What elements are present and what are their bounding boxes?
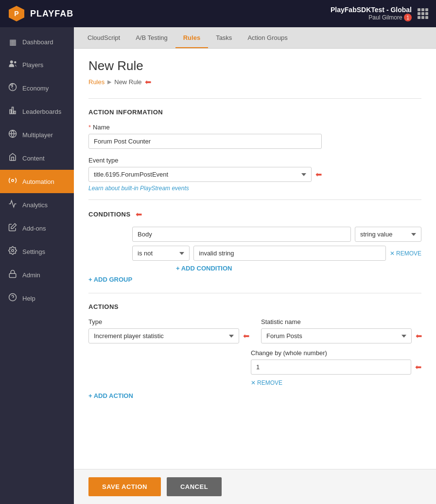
action-remove-label: REMOVE: [257, 379, 282, 386]
add-action-button[interactable]: + ADD ACTION: [88, 392, 421, 399]
action-statistic-field: Statistic name Forum Posts ⬅: [261, 318, 422, 343]
project-title: PlayFabSDKTest - Global: [331, 6, 412, 14]
page-title: New Rule: [88, 58, 421, 73]
add-group-button[interactable]: + ADD GROUP: [88, 276, 421, 283]
content-icon: [8, 153, 17, 163]
cancel-button[interactable]: CANCEL: [167, 477, 222, 496]
tab-actiongroups[interactable]: Action Groups: [240, 28, 295, 48]
sidebar-label-leaderboards: Leaderboards: [22, 108, 61, 115]
sidebar-item-dashboard[interactable]: ▦ Dashboard: [0, 31, 74, 53]
breadcrumb-separator: ▶: [107, 79, 111, 85]
actions-title: ACTIONS: [88, 293, 421, 310]
multiplayer-icon: [8, 129, 17, 140]
condition-field-input[interactable]: [132, 227, 351, 242]
remove-label: REMOVE: [396, 250, 421, 257]
tab-rules[interactable]: Rules: [175, 28, 208, 48]
action-remove-x-icon: ✕: [251, 379, 256, 386]
sidebar-item-content[interactable]: Content: [0, 146, 74, 170]
breadcrumb-annotation-arrow: ⬅: [145, 77, 151, 87]
economy-icon: [8, 83, 17, 93]
name-field-group: * Name: [88, 124, 421, 149]
breadcrumb-current: New Rule: [114, 78, 141, 86]
sidebar-item-automation[interactable]: Automation: [0, 170, 74, 193]
event-type-field-group: Event type title.6195.ForumPostEvent ⬅ L…: [88, 157, 421, 192]
notification-badge: 1: [404, 14, 412, 21]
action-type-select[interactable]: Increment player statistic: [88, 328, 239, 343]
svg-point-2: [10, 60, 13, 63]
condition-remove-link[interactable]: ✕ REMOVE: [390, 250, 421, 257]
action-information-title: ACTION INFORMATION: [88, 98, 421, 116]
tab-cloudscript[interactable]: CloudScript: [80, 28, 128, 48]
save-action-button[interactable]: SAVE ACTION: [88, 477, 161, 496]
action-type-label: Type: [88, 318, 249, 325]
sidebar-item-settings[interactable]: Settings: [0, 240, 74, 263]
event-type-select[interactable]: title.6195.ForumPostEvent: [88, 167, 312, 182]
conditions-annotation-arrow: ⬅: [136, 210, 142, 219]
automation-icon: [8, 176, 17, 187]
settings-icon: [8, 246, 17, 257]
user-name: Paul Gilmore 1: [331, 14, 412, 21]
sidebar-item-analytics[interactable]: Analytics: [0, 193, 74, 216]
sidebar-label-addons: Add-ons: [22, 225, 46, 232]
svg-marker-7: [11, 224, 17, 229]
statistic-label: Statistic name: [261, 318, 422, 325]
sidebar-label-automation: Automation: [22, 178, 54, 185]
sidebar-label-settings: Settings: [22, 248, 45, 255]
condition-type-select[interactable]: string value: [355, 227, 421, 242]
change-by-group: Change by (whole number) ⬅ ✕ REMOVE: [251, 349, 421, 386]
sidebar-item-multiplayer[interactable]: Multiplayer: [0, 123, 74, 146]
condition-value-input[interactable]: [193, 246, 386, 261]
conditions-title: CONDITIONS: [88, 211, 131, 218]
sidebar-label-dashboard: Dashboard: [22, 38, 53, 46]
grid-menu-icon[interactable]: [418, 8, 428, 19]
sidebar-item-admin[interactable]: Admin: [0, 263, 74, 287]
condition-operator-select[interactable]: is not: [132, 246, 190, 261]
name-input[interactable]: [88, 134, 322, 149]
change-by-input[interactable]: [251, 360, 411, 375]
sidebar-label-content: Content: [22, 155, 45, 162]
dashboard-icon: ▦: [8, 37, 17, 47]
event-type-annotation-arrow: ⬅: [315, 170, 322, 179]
remove-x-icon: ✕: [390, 250, 395, 257]
sidebar-item-help[interactable]: Help: [0, 287, 74, 310]
breadcrumb-parent[interactable]: Rules: [88, 78, 105, 86]
add-condition-button[interactable]: + ADD CONDITION: [176, 265, 421, 272]
addons-icon: [8, 223, 17, 234]
name-label: * Name: [88, 124, 421, 131]
svg-text:P: P: [14, 10, 18, 18]
sidebar-item-economy[interactable]: Economy: [0, 76, 74, 100]
condition-operator-row: is not ✕ REMOVE: [132, 246, 421, 261]
statistic-select[interactable]: Forum Posts: [261, 328, 412, 343]
change-by-label: Change by (whole number): [251, 349, 421, 357]
sidebar-item-players[interactable]: Players: [0, 53, 74, 76]
logo-area: P PLAYFAB: [8, 5, 73, 22]
svg-point-3: [14, 61, 17, 64]
actions-section: ACTIONS Type Increment player statistic …: [88, 293, 421, 399]
tab-abtesting[interactable]: A/B Testing: [128, 28, 175, 48]
players-icon: [8, 59, 17, 70]
statistic-annotation-arrow: ⬅: [416, 331, 422, 341]
sidebar-item-addons[interactable]: Add-ons: [0, 216, 74, 240]
sidebar-item-leaderboards[interactable]: Leaderboards: [0, 100, 74, 123]
tab-tasks[interactable]: Tasks: [208, 28, 240, 48]
svg-rect-9: [9, 273, 16, 277]
svg-point-6: [12, 180, 14, 182]
action-remove-link[interactable]: ✕ REMOVE: [251, 379, 421, 386]
sidebar-label-admin: Admin: [22, 271, 40, 279]
action-type-row: Type Increment player statistic ⬅ Statis…: [88, 318, 421, 343]
analytics-icon: [8, 199, 17, 210]
content-area: CloudScript A/B Testing Rules Tasks Acti…: [74, 27, 436, 504]
playfab-logo: P: [8, 5, 25, 22]
type-annotation-arrow: ⬅: [243, 331, 249, 341]
required-star: *: [88, 124, 91, 131]
leaderboards-icon: [8, 106, 17, 117]
page-content: New Rule Rules ▶ New Rule ⬅ ACTION INFOR…: [74, 49, 436, 469]
breadcrumb: Rules ▶ New Rule ⬅: [88, 77, 421, 87]
event-type-label: Event type: [88, 157, 421, 164]
learn-link[interactable]: Learn about built-in PlayStream events: [88, 185, 421, 192]
user-info: PlayFabSDKTest - Global Paul Gilmore 1: [331, 6, 412, 21]
help-icon: [8, 293, 17, 304]
sidebar-label-players: Players: [22, 61, 43, 69]
sidebar-label-multiplayer: Multiplayer: [22, 131, 53, 139]
changeby-annotation-arrow: ⬅: [415, 362, 421, 372]
